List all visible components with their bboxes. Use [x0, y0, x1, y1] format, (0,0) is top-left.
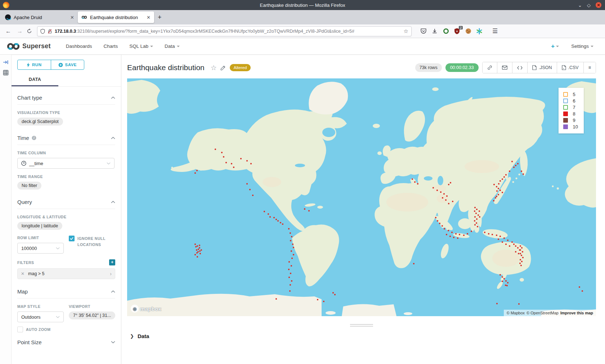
url-path: :32108/superset/explore/?form_data_key=1…	[76, 29, 354, 34]
envelope-icon	[502, 65, 507, 70]
earthquake-point	[520, 265, 522, 266]
row-limit-select[interactable]: 100000	[17, 243, 64, 254]
nav-charts[interactable]: Charts	[98, 44, 124, 49]
url-text[interactable]: 172.18.0.3:32108/superset/explore/?form_…	[55, 29, 401, 34]
bookmark-star-icon[interactable]: ☆	[404, 28, 408, 35]
mapbox-logo[interactable]: ◉ mapbox	[131, 305, 161, 313]
section-title: Time	[17, 135, 29, 141]
menu-icon[interactable]: ☰	[492, 27, 498, 35]
chart-menu-button[interactable]: ≡	[584, 62, 596, 73]
data-collapse-row[interactable]: ❯ Data	[127, 333, 596, 339]
maximize-icon[interactable]: ◇	[587, 3, 591, 8]
settings-menu[interactable]: Settings	[571, 44, 593, 49]
legend-swatch-icon	[563, 92, 568, 97]
tab-data[interactable]: DATA	[12, 74, 58, 86]
earthquake-point	[499, 274, 501, 276]
legend-item[interactable]: 9	[563, 118, 578, 123]
earthquake-point	[496, 186, 497, 187]
insecure-lock-icon[interactable]	[48, 29, 52, 34]
ublock-shield-icon[interactable]: u 2	[454, 28, 460, 35]
ignore-null-checkbox[interactable]	[69, 236, 75, 241]
earthquake-point	[505, 244, 507, 245]
nav-sql-lab[interactable]: SQL Lab	[124, 44, 159, 49]
chevron-right-icon[interactable]: ›	[110, 271, 112, 277]
earthquake-point	[288, 269, 290, 270]
nav-data[interactable]: Data	[159, 44, 185, 49]
resize-handle[interactable]	[350, 324, 373, 327]
run-button[interactable]: RUN	[18, 60, 51, 69]
export-json-button[interactable]: .JSON	[528, 62, 557, 73]
extension-green-icon[interactable]	[443, 28, 449, 35]
legend-item[interactable]: 10	[563, 124, 578, 129]
legend-label: 9	[573, 118, 575, 123]
nav-dashboards[interactable]: Dashboards	[60, 44, 98, 49]
edit-icon[interactable]	[220, 65, 226, 70]
legend-item[interactable]: 6	[563, 98, 578, 104]
time-column-select[interactable]: __time	[17, 158, 115, 169]
download-icon[interactable]	[431, 28, 438, 35]
viewport-label: VIEWPORT	[69, 304, 115, 309]
new-tab-button[interactable]: +	[158, 14, 162, 21]
map-style-select[interactable]: Outdoors	[17, 311, 64, 322]
forward-icon[interactable]: →	[15, 28, 24, 35]
earthquake-point	[442, 225, 443, 227]
lonlat-pill[interactable]: longitude | latitude	[17, 222, 62, 230]
earthquake-point	[503, 237, 505, 239]
cookie-extension-icon[interactable]	[465, 28, 471, 35]
tab-earthquake-distribution[interactable]: Earthquake distribution ✕	[78, 12, 154, 23]
earthquake-point	[417, 183, 418, 185]
deckgl-scatterplot-map[interactable]: 5678910 ◉ mapbox © Mapbox © OpenStreetMa…	[127, 78, 596, 316]
earthquake-point	[521, 170, 522, 172]
chevron-down-icon	[56, 247, 60, 250]
favorite-star-icon[interactable]: ☆	[211, 64, 217, 72]
add-filter-button[interactable]: +	[109, 259, 115, 265]
back-icon[interactable]: ←	[4, 28, 13, 35]
info-icon: i	[32, 136, 36, 140]
viewport-pill[interactable]: 7° 35' 54.02" | 31...	[69, 311, 115, 319]
tab-close-icon[interactable]: ✕	[147, 15, 151, 20]
section-point-size[interactable]: Point Size	[17, 339, 115, 349]
superset-logo[interactable]: Superset	[6, 42, 51, 50]
section-map[interactable]: Map	[17, 288, 115, 299]
export-csv-button[interactable]: x .CSV	[557, 62, 584, 73]
minimize-icon[interactable]: ⌄	[578, 3, 582, 8]
legend-item[interactable]: 7	[563, 105, 578, 110]
add-new-button[interactable]: +	[551, 43, 559, 50]
tab-close-icon[interactable]: ✕	[70, 15, 74, 20]
plus-circle-icon	[58, 63, 63, 67]
reload-icon[interactable]	[27, 28, 32, 34]
earthquake-point	[474, 224, 476, 226]
legend-item[interactable]: 5	[563, 92, 578, 97]
viz-type-pill[interactable]: deck.gl Scatterplot	[17, 118, 63, 126]
embed-code-button[interactable]	[512, 62, 528, 73]
attribution-improve-link[interactable]: Improve this map	[560, 311, 593, 315]
collapse-panel-icon[interactable]	[3, 60, 9, 65]
url-bar[interactable]: 172.18.0.3:32108/superset/explore/?form_…	[37, 26, 412, 36]
legend-label: 7	[573, 105, 575, 110]
email-button[interactable]	[497, 62, 512, 73]
section-time[interactable]: Time i	[17, 135, 115, 145]
tab-apache-druid[interactable]: Apache Druid ✕	[1, 12, 78, 23]
share-link-button[interactable]	[483, 62, 497, 73]
asterisk-extension-icon[interactable]	[476, 28, 483, 35]
legend-item[interactable]: 8	[563, 111, 578, 117]
attribution-osm[interactable]: © OpenStreetMap	[526, 311, 559, 315]
close-window-icon[interactable]: ✕	[596, 2, 601, 8]
save-button[interactable]: SAVE	[51, 60, 84, 69]
auto-zoom-checkbox[interactable]	[17, 327, 23, 332]
remove-filter-icon[interactable]: ✕	[21, 271, 24, 276]
chevron-down-icon	[111, 341, 115, 343]
dataset-grid-icon[interactable]	[3, 70, 9, 76]
altered-badge[interactable]: Altered	[230, 64, 251, 71]
section-query[interactable]: Query	[17, 199, 115, 209]
pocket-icon[interactable]	[420, 28, 427, 35]
earthquake-point	[198, 249, 199, 250]
shield-icon[interactable]	[40, 29, 45, 34]
attribution-mapbox[interactable]: © Mapbox	[507, 311, 525, 315]
section-chart-type[interactable]: Chart type	[17, 95, 115, 105]
chevron-down-icon	[556, 46, 559, 47]
filter-pill[interactable]: ✕ mag > 5 ›	[17, 268, 115, 279]
earthquake-point	[196, 170, 198, 171]
earthquake-point	[433, 187, 434, 188]
time-range-pill[interactable]: No filter	[17, 182, 41, 190]
